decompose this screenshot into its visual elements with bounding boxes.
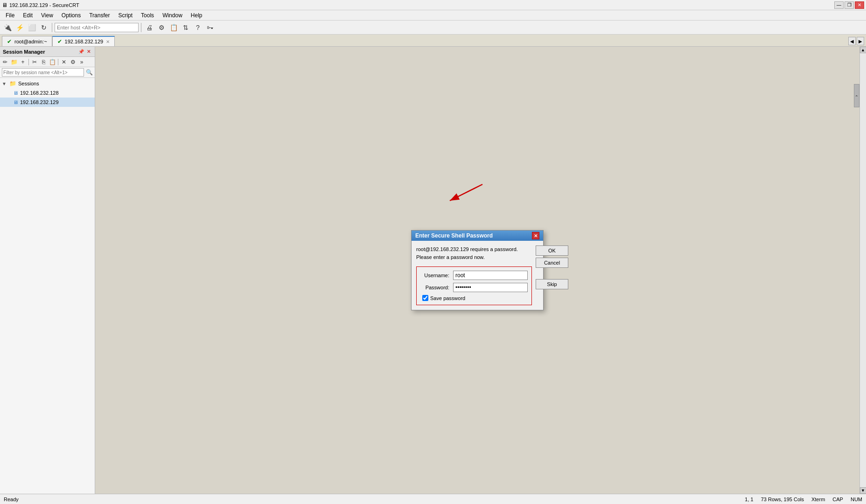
status-caps: CAP [832, 497, 843, 502]
search-bar: 🔍 [0, 67, 95, 78]
toolbar-log-btn[interactable]: 📋 [168, 22, 179, 33]
status-term: Xterm [811, 497, 825, 502]
toolbar-settings-btn[interactable]: ⚙ [156, 22, 167, 33]
toolbar-print-btn[interactable]: 🖨 [144, 22, 155, 33]
dialog-left-content: root@192.168.232.129 requires a password… [416, 245, 532, 305]
title-bar-controls: — ❐ ✕ [834, 1, 864, 9]
username-row: Username: [420, 271, 528, 280]
right-scrollbar: ▲ ▼ [859, 47, 866, 494]
session-label-129: 192.168.232.129 [20, 99, 59, 105]
dialog-right-section: root@192.168.232.129 requires a password… [416, 245, 538, 305]
session-item-128[interactable]: 🖥 192.168.232.128 [0, 88, 95, 98]
st-properties-btn[interactable]: ⚙ [69, 58, 77, 66]
menu-transfer[interactable]: Transfer [85, 11, 113, 20]
scroll-track [860, 53, 866, 487]
status-rows-cols: 73 Rows, 195 Cols [761, 497, 804, 502]
session-item-129[interactable]: 🖥 192.168.232.129 [0, 98, 95, 107]
dialog-buttons: OK Cancel Skip [532, 245, 568, 305]
username-input[interactable] [453, 271, 528, 280]
dialog-message-text: root@192.168.232.129 requires a password… [416, 246, 518, 260]
session-manager-title: Session Manager [3, 49, 45, 55]
cancel-button[interactable]: Cancel [536, 258, 568, 268]
status-text: Ready [4, 497, 19, 502]
session-search-input[interactable] [2, 68, 84, 77]
save-password-checkbox[interactable] [422, 295, 428, 301]
menu-view[interactable]: View [37, 11, 57, 20]
toolbar-reconnect-btn[interactable]: ↻ [38, 22, 49, 33]
toolbar-transfer2-btn[interactable]: ⇅ [180, 22, 191, 33]
sm-pin-btn[interactable]: 📌 [78, 49, 84, 55]
menu-help[interactable]: Help [187, 11, 206, 20]
password-row: Password: [420, 283, 528, 292]
folder-label: Sessions [18, 81, 39, 86]
status-position: 1, 1 [745, 497, 753, 502]
username-label: Username: [420, 273, 453, 278]
sm-close-btn[interactable]: ✕ [85, 49, 92, 55]
status-bar: Ready 1, 1 73 Rows, 195 Cols Xterm CAP N… [0, 494, 866, 504]
st-sep2 [58, 59, 58, 65]
toolbar-flash-btn[interactable]: ⚡ [14, 22, 25, 33]
dialog-overlay: Enter Secure Shell Password ✕ root@192.1… [95, 47, 859, 494]
search-icon[interactable]: 🔍 [86, 69, 93, 76]
close-button[interactable]: ✕ [855, 1, 864, 9]
password-label: Password: [420, 285, 453, 290]
skip-button[interactable]: Skip [536, 279, 568, 289]
main-layout: Session Manager 📌 ✕ ✏ 📁 + ✂ ⎘ 📋 ✕ ⚙ » 🔍 [0, 47, 866, 494]
scroll-down-btn[interactable]: ▼ [860, 487, 866, 494]
app-icon: 🖥 [2, 2, 7, 8]
scroll-up-btn[interactable]: ▲ [860, 47, 866, 53]
session-icon-128: 🖥 [13, 90, 18, 96]
password-dialog: Enter Secure Shell Password ✕ root@192.1… [411, 230, 544, 310]
menu-file[interactable]: File [2, 11, 18, 20]
address-input[interactable] [55, 23, 139, 32]
st-more-btn[interactable]: » [77, 58, 86, 66]
menu-script[interactable]: Script [114, 11, 136, 20]
title-bar-left: 🖥 192.168.232.129 - SecureCRT [2, 2, 79, 8]
ok-button[interactable]: OK [536, 245, 568, 256]
session-label-128: 192.168.232.128 [20, 90, 59, 96]
tab-connected-icon2: ✔ [57, 38, 62, 45]
toolbar-clone-btn[interactable]: ⬜ [26, 22, 37, 33]
tab-label-session: 192.168.232.129 [65, 39, 104, 44]
st-delete-btn[interactable]: ✕ [60, 58, 68, 66]
menu-options[interactable]: Options [58, 11, 84, 20]
menu-edit[interactable]: Edit [19, 11, 36, 20]
tab-prev-btn[interactable]: ◀ [848, 37, 856, 45]
title-bar: 🖥 192.168.232.129 - SecureCRT — ❐ ✕ [0, 0, 866, 10]
menu-window[interactable]: Window [159, 11, 186, 20]
sessions-folder[interactable]: ▼ 📁 Sessions [0, 79, 95, 88]
session-manager-header-btns: 📌 ✕ [78, 49, 92, 55]
toolbar-connect-btn[interactable]: 🔌 [2, 22, 13, 33]
minimize-button[interactable]: — [834, 1, 844, 9]
dialog-title-bar[interactable]: Enter Secure Shell Password ✕ [412, 231, 543, 241]
st-sep1 [28, 59, 29, 65]
toolbar: 🔌 ⚡ ⬜ ↻ 🖨 ⚙ 📋 ⇅ ? 🗝 [0, 21, 866, 35]
tab-bar: ✔ root@admin:~ ✔ 192.168.232.129 ✕ ◀ ▶ [0, 35, 866, 47]
menu-bar: File Edit View Options Transfer Script T… [0, 10, 866, 21]
tab-next-btn[interactable]: ▶ [857, 37, 864, 45]
status-bar-right: 1, 1 73 Rows, 195 Cols Xterm CAP NUM [745, 497, 862, 502]
session-toolbar: ✏ 📁 + ✂ ⎘ 📋 ✕ ⚙ » [0, 57, 95, 67]
dialog-message: root@192.168.232.129 requires a password… [416, 245, 532, 261]
save-password-row: Save password [420, 295, 528, 301]
tab-close-btn[interactable]: ✕ [106, 39, 110, 44]
dialog-close-btn[interactable]: ✕ [532, 232, 539, 239]
st-copy-btn[interactable]: ⎘ [39, 58, 48, 66]
restore-button[interactable]: ❐ [845, 1, 854, 9]
session-manager-header: Session Manager 📌 ✕ [0, 47, 95, 57]
st-paste-btn[interactable]: 📋 [48, 58, 56, 66]
tab-192-168-232-129[interactable]: ✔ 192.168.232.129 ✕ [52, 36, 115, 46]
st-add-btn[interactable]: + [19, 58, 27, 66]
menu-tools[interactable]: Tools [137, 11, 158, 20]
toolbar-help-btn[interactable]: ? [192, 22, 203, 33]
st-cut-btn[interactable]: ✂ [30, 58, 39, 66]
st-edit-btn[interactable]: ✏ [1, 58, 9, 66]
password-input[interactable] [453, 283, 528, 292]
st-folder-btn[interactable]: 📁 [10, 58, 18, 66]
session-tree: ▼ 📁 Sessions 🖥 192.168.232.128 🖥 192.168… [0, 78, 95, 494]
tab-root-admin[interactable]: ✔ root@admin:~ [2, 36, 52, 46]
tab-nav-right: ◀ ▶ [848, 37, 864, 46]
toolbar-keymap-btn[interactable]: 🗝 [204, 22, 216, 33]
session-icon-129: 🖥 [13, 99, 18, 105]
save-password-label: Save password [430, 295, 465, 301]
